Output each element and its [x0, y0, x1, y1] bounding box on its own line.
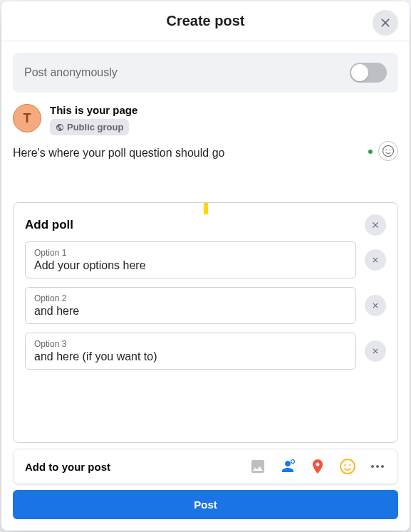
modal-title: Create post: [166, 13, 244, 29]
post-text-content: Here's where your poll question should g…: [13, 147, 224, 159]
close-icon: [371, 347, 380, 355]
svg-point-7: [371, 465, 374, 468]
poll-option-input-2[interactable]: Option 2: [25, 287, 356, 324]
emoji-button[interactable]: [378, 141, 398, 161]
anonymous-row: Post anonymously: [13, 53, 398, 93]
option-value-field[interactable]: [34, 259, 347, 272]
author-name: This is your page: [50, 104, 137, 116]
post-button[interactable]: Post: [13, 490, 398, 519]
anonymous-label: Post anonymously: [24, 66, 118, 79]
close-icon: [371, 301, 380, 310]
add-to-post-row: Add to your post: [13, 449, 398, 484]
yellow-marker: [204, 202, 208, 214]
create-post-modal: Create post Post anonymously T This is y…: [1, 1, 410, 531]
svg-point-8: [376, 465, 379, 468]
more-icon[interactable]: [369, 458, 386, 475]
photo-icon[interactable]: [249, 458, 266, 475]
close-button[interactable]: [373, 10, 398, 36]
close-icon: [378, 16, 392, 30]
poll-close-button[interactable]: [365, 214, 386, 236]
close-icon: [370, 220, 380, 230]
close-icon: [371, 256, 380, 264]
svg-point-5: [344, 464, 345, 466]
poll-options: Option 1 Option 2 Option 3: [14, 241, 397, 390]
author-info: This is your page Public group: [50, 104, 137, 135]
poll-option-row: Option 1: [25, 241, 386, 278]
option-label: Option 1: [34, 248, 347, 258]
svg-point-6: [349, 464, 350, 466]
avatar[interactable]: T: [13, 104, 41, 132]
svg-point-1: [386, 150, 387, 151]
svg-point-0: [383, 146, 394, 157]
option-remove-button[interactable]: [365, 295, 386, 316]
poll-option-row: Option 2: [25, 287, 386, 324]
poll-option-row: Option 3: [25, 333, 386, 370]
svg-point-9: [381, 465, 384, 468]
tag-people-icon[interactable]: [279, 458, 296, 475]
feeling-icon[interactable]: [339, 458, 356, 475]
poll-title: Add poll: [25, 218, 73, 232]
poll-section: Add poll Option 1 Option 2: [13, 202, 398, 443]
add-to-post-label: Add to your post: [25, 461, 110, 473]
status-dot: [368, 150, 373, 154]
emoji-icon: [382, 145, 395, 157]
poll-option-input-3[interactable]: Option 3: [25, 333, 356, 370]
anonymous-toggle[interactable]: [350, 63, 387, 83]
privacy-label: Public group: [67, 122, 123, 132]
post-text-area[interactable]: Here's where your poll question should g…: [1, 141, 410, 160]
privacy-badge[interactable]: Public group: [50, 119, 129, 135]
location-icon[interactable]: [309, 458, 326, 475]
toggle-knob: [351, 64, 368, 81]
add-icons: [249, 458, 386, 475]
globe-icon: [56, 123, 64, 132]
modal-header: Create post: [1, 1, 410, 41]
author-row: T This is your page Public group: [1, 93, 410, 141]
svg-point-4: [340, 459, 355, 474]
option-remove-button[interactable]: [365, 249, 386, 271]
option-remove-button[interactable]: [365, 340, 386, 362]
option-label: Option 2: [34, 293, 347, 303]
poll-option-input-1[interactable]: Option 1: [25, 241, 356, 278]
option-value-field[interactable]: [34, 350, 347, 363]
svg-point-2: [390, 150, 391, 151]
option-value-field[interactable]: [34, 305, 347, 318]
option-label: Option 3: [34, 339, 347, 349]
